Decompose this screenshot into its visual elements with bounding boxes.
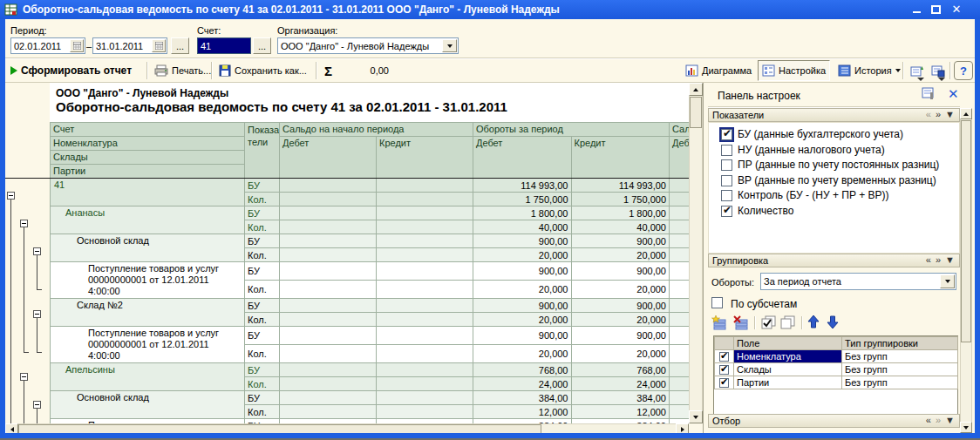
uncheck-all-icon[interactable] (780, 315, 796, 329)
period-more-button[interactable]: ... (171, 37, 189, 54)
report-value-cell (280, 234, 377, 248)
grouping-field-cell[interactable]: Партии (734, 376, 842, 389)
history-dropdown-icon (895, 69, 901, 72)
calendar-icon[interactable] (152, 39, 166, 52)
scroll-down-icon[interactable] (689, 410, 703, 423)
tree-line (10, 200, 11, 423)
report-row-bu[interactable]: Основной складБУ384,00384,00 (51, 391, 690, 405)
grouping-type-cell[interactable]: Без групп (842, 350, 958, 363)
grouping-type-cell[interactable]: Без групп (842, 363, 958, 376)
period-to-input[interactable]: 31.01.2011 (92, 37, 167, 54)
section-selection-header[interactable]: Отбор « » ▼ (708, 414, 960, 428)
maximize-button[interactable] (928, 3, 943, 17)
tree-collapse-button[interactable] (33, 401, 41, 409)
grouping-checkbox-cell[interactable] (715, 363, 734, 376)
grouping-field-cell[interactable]: Склады (734, 363, 842, 376)
indicator-checkbox[interactable] (721, 190, 732, 201)
grouping-checkbox[interactable] (719, 352, 729, 362)
move-up-icon[interactable] (806, 315, 820, 329)
report-label-cell: Поступление товаров и услуг 00000000001 … (51, 327, 245, 363)
tree-collapse-button[interactable] (33, 310, 41, 318)
grouping-field-cell[interactable]: Номенклатура (734, 350, 842, 363)
report-row-bu[interactable]: АнанасыБУ1 800,001 800,00 (51, 206, 690, 220)
settings-button[interactable]: Настройка (758, 60, 830, 81)
report-row-bu[interactable]: Поступление товаров и услуг 00000000001 … (51, 262, 690, 281)
save-settings-button[interactable] (928, 60, 949, 81)
window-titlebar[interactable]: Оборотно-сальдовая ведомость по счету 41… (0, 0, 980, 19)
turnover-combo[interactable]: За период отчета (760, 273, 956, 290)
report-row-bu[interactable]: 41БУ114 993,00114 993,00 (51, 179, 690, 193)
generate-report-button[interactable]: Сформировать отчет (7, 60, 135, 81)
indicator-checkbox[interactable] (721, 159, 732, 171)
calendar-icon[interactable] (70, 39, 84, 52)
print-button[interactable]: Печать... (151, 60, 214, 81)
section-indicators-header[interactable]: Показатели « » ▼ (708, 108, 960, 122)
add-grouping-icon[interactable] (711, 315, 728, 330)
report-label-cell: Основной склад (51, 391, 245, 419)
collapse-left-icon[interactable]: « (926, 109, 932, 119)
col-header-debit: Дебет (670, 137, 690, 179)
section-grouping-header[interactable]: Группировка « » ▼ (708, 254, 960, 267)
report-indicator-cell: Кол. (245, 281, 280, 299)
report-vscrollbar[interactable] (689, 83, 703, 423)
by-subaccounts-checkbox[interactable] (711, 297, 723, 308)
history-button[interactable]: История (834, 60, 904, 81)
grouping-row[interactable]: НоменклатураБез групп (715, 350, 958, 363)
scroll-up-icon[interactable] (960, 108, 972, 119)
grouping-row[interactable]: СкладыБез групп (715, 363, 958, 376)
load-settings-button[interactable] (907, 60, 928, 81)
col-type: Тип группировки (842, 337, 958, 350)
sum-sigma-button[interactable]: Σ (321, 60, 336, 81)
tree-collapse-button[interactable] (33, 247, 41, 255)
section-collapse-icon[interactable]: ▼ (945, 254, 956, 265)
collapse-left-icon[interactable]: « (926, 415, 932, 425)
grouping-checkbox[interactable] (719, 378, 729, 388)
check-all-icon[interactable] (761, 315, 777, 329)
close-button[interactable]: ✕ (949, 3, 964, 17)
report-row-bu[interactable]: АпельсиныБУ768,00768,00 (51, 363, 690, 377)
grouping-checkbox[interactable] (719, 365, 729, 375)
section-collapse-icon[interactable]: ▼ (945, 109, 956, 119)
panel-close-icon[interactable]: ✕ (948, 86, 959, 102)
scroll-down-icon[interactable] (960, 422, 972, 433)
grouping-checkbox-cell[interactable] (715, 376, 734, 389)
period-label: Период: (10, 25, 47, 36)
dropdown-corner-icon (917, 78, 924, 81)
grouping-type-cell[interactable]: Без групп (842, 376, 958, 389)
delete-grouping-icon[interactable] (733, 315, 750, 330)
period-from-input[interactable]: 02.01.2011 (10, 37, 85, 54)
indicator-checkbox[interactable] (721, 129, 732, 140)
scroll-up-icon[interactable] (689, 83, 703, 96)
indicator-checkbox[interactable] (721, 145, 732, 156)
indicator-checkbox[interactable] (721, 175, 732, 186)
report-row-bu[interactable]: Поступление товаров и услуг 00000000001 … (51, 327, 690, 345)
report-value-cell (670, 377, 690, 391)
expand-right-icon[interactable]: » (936, 254, 942, 265)
section-collapse-icon[interactable]: ▼ (945, 415, 956, 425)
move-down-icon[interactable] (826, 315, 840, 329)
collapse-left-icon[interactable]: « (926, 254, 932, 265)
col-header-saldo-start: Сальдо на начало периода (280, 123, 473, 137)
panel-vscroll-thumb[interactable] (961, 120, 971, 342)
tree-collapse-button[interactable] (7, 192, 15, 200)
expand-right-icon[interactable]: » (936, 109, 942, 119)
organization-combo[interactable]: ООО "Данго" - Луневой Надежды (277, 37, 459, 54)
account-more-button[interactable]: ... (253, 37, 271, 54)
report-row-bu[interactable]: Основной складБУ900,00900,00 (51, 234, 690, 248)
expand-right-icon[interactable]: » (936, 415, 942, 425)
indicator-checkbox[interactable] (721, 206, 732, 217)
panel-properties-icon[interactable] (922, 87, 936, 100)
help-button[interactable]: ? (954, 61, 973, 80)
save-as-button[interactable]: Сохранить как... (215, 60, 310, 81)
minimize-button[interactable] (909, 3, 924, 17)
grouping-checkbox-cell[interactable] (715, 350, 734, 363)
report-row-bu[interactable]: Склад №2БУ900,00900,00 (51, 299, 690, 313)
vscroll-thumb[interactable] (690, 97, 702, 128)
combo-dropdown-icon[interactable] (442, 39, 457, 52)
account-input[interactable]: 41 (197, 37, 251, 54)
combo-dropdown-icon[interactable] (940, 274, 955, 288)
tree-collapse-button[interactable] (20, 373, 28, 381)
tree-collapse-button[interactable] (20, 220, 28, 227)
grouping-row[interactable]: ПартииБез групп (715, 376, 958, 389)
diagram-button[interactable]: Диаграмма (682, 60, 755, 81)
